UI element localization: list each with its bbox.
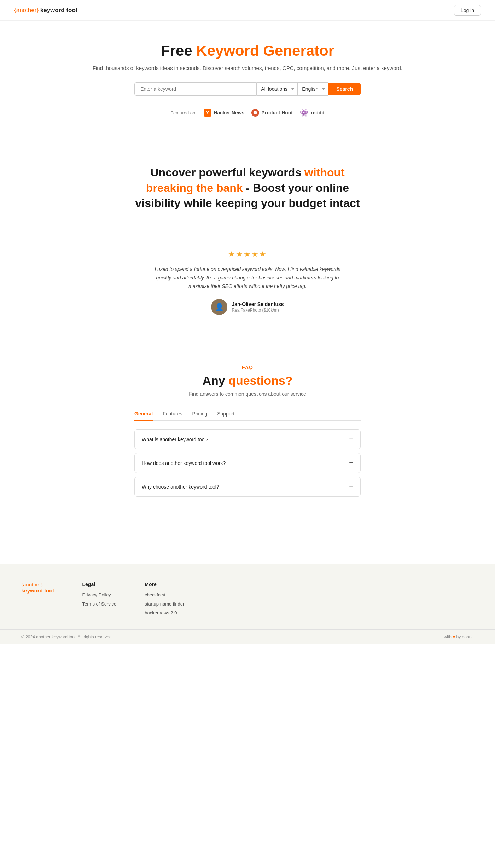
author-subtitle: RealFakePhoto ($10k/m) — [232, 308, 284, 313]
faq-tab-pricing[interactable]: Pricing — [192, 408, 207, 421]
faq-question-3: Why choose another keyword tool? — [142, 484, 219, 490]
hero-title-plain: Free — [161, 42, 196, 59]
logo-prefix: {another} — [14, 7, 39, 13]
faq-title: Any questions? — [134, 374, 361, 388]
faq-tab-general[interactable]: General — [134, 408, 153, 421]
faq-label: FAQ — [134, 365, 361, 370]
language-select[interactable]: English — [298, 82, 328, 96]
search-bar: All locations English Search — [134, 82, 361, 96]
faq-question-1: What is another keyword tool? — [142, 437, 208, 442]
heart-icon: ♥ — [453, 634, 455, 639]
hacker-news-label: Hacker News — [214, 110, 244, 116]
logo-suffix: keyword tool — [40, 7, 77, 13]
faq-tab-features[interactable]: Features — [163, 408, 182, 421]
tagline-heading: Uncover powerful keywords without breaki… — [131, 165, 364, 211]
footer-privacy-link[interactable]: Privacy Policy — [82, 591, 117, 598]
footer-terms-link[interactable]: Terms of Service — [82, 601, 117, 608]
login-button[interactable]: Log in — [454, 5, 481, 16]
footer-brand: {another} keyword tool — [21, 581, 54, 594]
author-info: Jan-Oliver Seidenfuss RealFakePhoto ($10… — [232, 301, 284, 313]
faq-title-orange: questions? — [228, 374, 292, 387]
footer-main: {another} keyword tool Legal Privacy Pol… — [0, 564, 495, 629]
testimonial-author: 👤 Jan-Oliver Seidenfuss RealFakePhoto ($… — [148, 299, 346, 315]
tagline-plain-start: Uncover powerful keywords — [150, 166, 304, 179]
faq-expand-icon-2: + — [349, 459, 353, 467]
faq-item-1[interactable]: What is another keyword tool? + — [134, 429, 361, 449]
faq-title-plain: Any — [202, 374, 228, 387]
faq-expand-icon-1: + — [349, 435, 353, 443]
footer-legal: Legal Privacy Policy Terms of Service — [82, 581, 117, 609]
faq-item-2[interactable]: How does another keyword tool work? + — [134, 453, 361, 473]
star-rating: ★★★★★ — [148, 250, 346, 259]
product-hunt-label: Product Hunt — [261, 110, 293, 116]
footer-bottom: © 2024 another keyword tool. All rights … — [0, 629, 495, 644]
featured-section: Featured on Y Hacker News 🅟 Product Hunt… — [7, 108, 488, 117]
featured-product-hunt: 🅟 Product Hunt — [251, 109, 293, 117]
footer-legal-heading: Legal — [82, 581, 117, 587]
made-with: with ♥ by donna — [444, 634, 474, 639]
footer-brand-line2: keyword tool — [21, 587, 54, 594]
faq-subtitle: Find answers to common questions about o… — [134, 391, 361, 397]
search-button[interactable]: Search — [328, 83, 361, 95]
footer-checkfast-link[interactable]: checkfa.st — [145, 591, 184, 598]
hero-title: Free Keyword Generator — [7, 42, 488, 60]
footer-more: More checkfa.st startup name finder hack… — [145, 581, 184, 619]
faq-item-3[interactable]: Why choose another keyword tool? + — [134, 477, 361, 497]
hero-title-orange: Keyword Generator — [196, 42, 334, 59]
faq-question-2: How does another keyword tool work? — [142, 460, 226, 466]
copyright-text: © 2024 another keyword tool. All rights … — [21, 634, 113, 639]
hacker-news-icon: Y — [204, 109, 211, 117]
faq-section: FAQ Any questions? Find answers to commo… — [127, 343, 368, 514]
location-select[interactable]: All locations — [257, 82, 298, 96]
faq-expand-icon-3: + — [349, 483, 353, 491]
reddit-label: reddit — [311, 110, 325, 116]
featured-reddit: 👾 reddit — [300, 108, 325, 117]
footer: {another} keyword tool Legal Privacy Pol… — [0, 564, 495, 644]
footer-brand-line1: {another} — [21, 581, 54, 587]
featured-hacker-news: Y Hacker News — [204, 109, 244, 117]
keyword-input[interactable] — [134, 82, 257, 96]
avatar: 👤 — [211, 299, 227, 315]
testimonial-text: I used to spend a fortune on overpriced … — [148, 265, 346, 290]
testimonial-section: ★★★★★ I used to spend a fortune on overp… — [141, 236, 354, 343]
footer-startup-link[interactable]: startup name finder — [145, 601, 184, 608]
tagline-section: Uncover powerful keywords without breaki… — [124, 144, 371, 236]
reddit-icon: 👾 — [300, 108, 309, 117]
hero-description: Find thousands of keywords ideas in seco… — [7, 64, 488, 72]
footer-more-heading: More — [145, 581, 184, 587]
product-hunt-icon: 🅟 — [251, 109, 259, 117]
faq-tabs: General Features Pricing Support — [134, 408, 361, 421]
hero-section: Free Keyword Generator Find thousands of… — [0, 21, 495, 144]
author-name: Jan-Oliver Seidenfuss — [232, 301, 284, 307]
site-logo[interactable]: {another} keyword tool — [14, 7, 77, 14]
featured-logos: Y Hacker News 🅟 Product Hunt 👾 reddit — [204, 108, 325, 117]
faq-items: What is another keyword tool? + How does… — [134, 429, 361, 497]
footer-hackernews-link[interactable]: hackernews 2.0 — [145, 609, 184, 616]
featured-label: Featured on — [170, 110, 195, 116]
faq-tab-support[interactable]: Support — [217, 408, 234, 421]
navbar: {another} keyword tool Log in — [0, 0, 495, 21]
